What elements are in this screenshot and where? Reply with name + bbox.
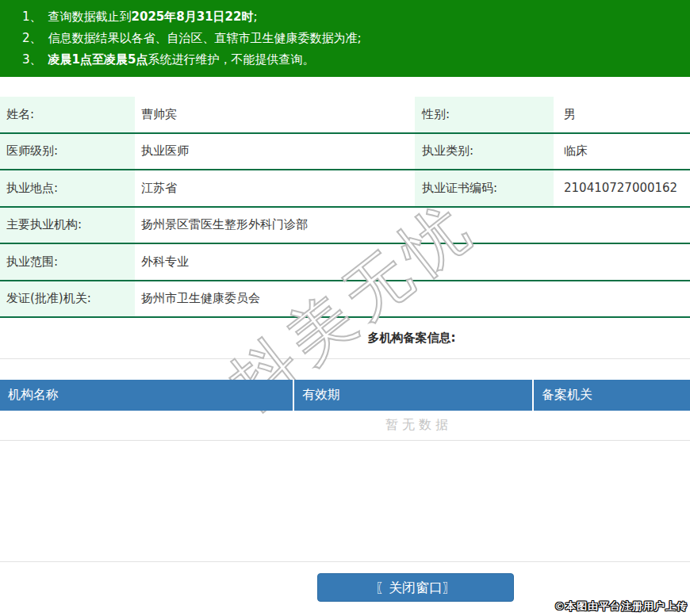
license-query-result-page: 1、查询数据截止到2025年8月31日22时; 2、信息数据结果以各省、自治区、… [0, 0, 690, 616]
field-value-practice-location: 江苏省 [135, 170, 415, 206]
table-row: 执业范围: 外科专业 [0, 244, 690, 281]
column-header-filing-authority: 备案机关 [534, 380, 690, 411]
table-row: 主要执业机构: 扬州景区雷医生整形外科门诊部 [0, 208, 690, 245]
button-row: 〖关闭窗口〗 [0, 562, 690, 602]
notice-number-1: 1、 [22, 10, 42, 24]
notice-number-2: 2、 [22, 31, 42, 45]
table-row: 医师级别: 执业医师 执业类别: 临床 [0, 134, 690, 171]
notice-line-3: 3、凌晨1点至凌晨5点系统进行维护，不能提供查询。 [22, 49, 682, 71]
close-window-button[interactable]: 〖关闭窗口〗 [317, 573, 514, 602]
column-header-validity: 有效期 [294, 380, 534, 411]
table-row: 执业地点: 江苏省 执业证书编码: 210410727000162 [0, 170, 690, 208]
notice-text: 信息数据结果以各省、自治区、直辖市卫生健康委数据为准; [48, 31, 362, 45]
notice-line-1: 1、查询数据截止到2025年8月31日22时; [22, 6, 682, 28]
multi-org-table-header: 机构名称 有效期 备案机关 [0, 380, 690, 411]
spacer [0, 77, 690, 97]
notice-text: ; [253, 10, 257, 24]
notice-text: 系统进行维护，不能提供查询。 [148, 52, 314, 67]
spacer [0, 359, 690, 380]
notice-number-3: 3、 [22, 52, 42, 67]
field-value-practice-category: 临床 [554, 134, 690, 170]
notice-line-2: 2、信息数据结果以各省、自治区、直辖市卫生健康委数据为准; [22, 28, 682, 49]
field-label-name: 姓名: [0, 97, 135, 132]
notice-text: 查询数据截止到 [48, 10, 132, 24]
field-value-issuing-authority: 扬州市卫生健康委员会 [135, 281, 690, 317]
upload-watermark: ©本图由平台注册用户上传 [554, 599, 688, 614]
table-row: 姓名: 曹帅宾 性别: 男 [0, 97, 690, 134]
multi-org-section-title: 多机构备案信息: [0, 331, 690, 346]
column-header-org-name: 机构名称 [0, 380, 294, 411]
spacer [0, 441, 690, 561]
field-label-gender: 性别: [415, 97, 554, 132]
notice-banner: 1、查询数据截止到2025年8月31日22时; 2、信息数据结果以各省、自治区、… [0, 0, 690, 77]
multi-org-section: 多机构备案信息: [0, 318, 690, 359]
field-label-main-institution: 主要执业机构: [0, 208, 135, 243]
field-value-main-institution: 扬州景区雷医生整形外科门诊部 [135, 208, 690, 243]
practitioner-info-table: 姓名: 曹帅宾 性别: 男 医师级别: 执业医师 执业类别: 临床 执业地点: … [0, 97, 690, 318]
field-label-certificate-number: 执业证书编码: [415, 170, 554, 206]
table-row: 发证(批准)机关: 扬州市卫生健康委员会 [0, 281, 690, 319]
field-value-name: 曹帅宾 [135, 97, 415, 132]
field-value-certificate-number: 210410727000162 [554, 170, 690, 206]
field-value-gender: 男 [554, 97, 690, 132]
field-value-doctor-level: 执业医师 [135, 134, 415, 170]
field-label-practice-location: 执业地点: [0, 170, 135, 206]
field-value-practice-scope: 外科专业 [135, 244, 690, 280]
field-label-practice-category: 执业类别: [415, 134, 554, 170]
field-label-doctor-level: 医师级别: [0, 134, 135, 170]
field-label-issuing-authority: 发证(批准)机关: [0, 281, 135, 317]
notice-text-bold: 凌晨1点至凌晨5点 [48, 52, 148, 67]
notice-text-bold: 2025年8月31日22时 [132, 10, 254, 24]
field-label-practice-scope: 执业范围: [0, 244, 135, 280]
empty-data-text: 暂无数据 [0, 411, 690, 441]
